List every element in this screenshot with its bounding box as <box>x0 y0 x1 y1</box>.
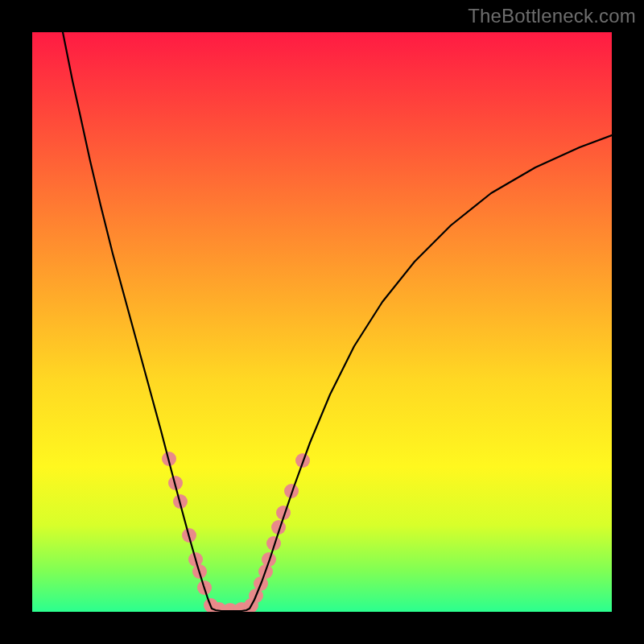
curve-svg <box>32 32 612 612</box>
marker-layer <box>162 452 310 612</box>
outer-frame: TheBottleneck.com <box>0 0 644 644</box>
plot-area <box>32 32 612 612</box>
bottleneck-curve <box>63 32 612 611</box>
watermark-text: TheBottleneck.com <box>468 5 636 27</box>
